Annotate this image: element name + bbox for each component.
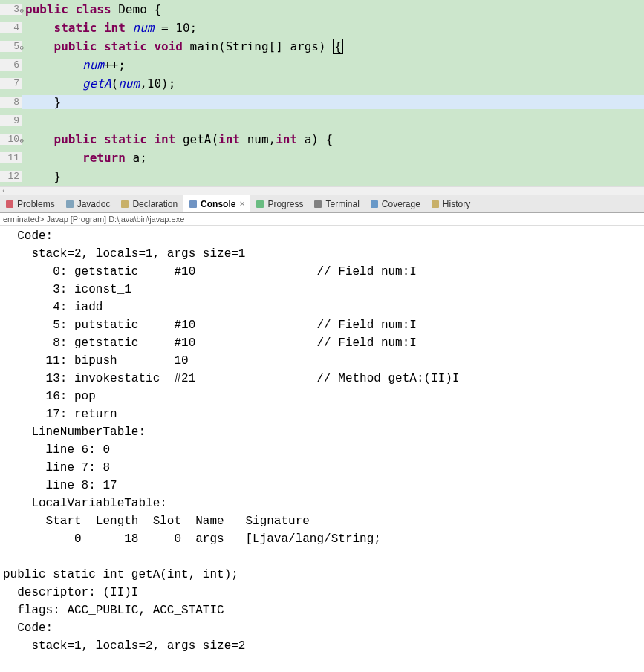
code-line[interactable]: 6 num++; bbox=[0, 56, 644, 74]
tab-label: Terminal bbox=[325, 199, 359, 209]
tab-label: Problems bbox=[17, 199, 55, 209]
fold-icon[interactable]: ⊖ bbox=[20, 7, 24, 15]
tab-label: Coverage bbox=[382, 199, 420, 209]
tab-declaration[interactable]: Declaration bbox=[115, 195, 183, 212]
gutter-line-number: 11 bbox=[0, 152, 22, 163]
terminal-icon bbox=[313, 199, 323, 209]
console-status-line: erminated> Javap [Program] D:\java\bin\j… bbox=[0, 213, 644, 226]
code-content[interactable]: public static void main(String[] args) { bbox=[22, 39, 644, 53]
svg-rect-3 bbox=[189, 200, 197, 208]
fold-icon[interactable]: ⊖ bbox=[20, 137, 24, 145]
tab-label: Progress bbox=[267, 199, 303, 209]
code-line[interactable]: 3⊖public class Demo { bbox=[0, 0, 644, 19]
code-line[interactable]: 5⊖ public static void main(String[] args… bbox=[0, 37, 644, 56]
javadoc-icon bbox=[65, 199, 75, 209]
tab-label: Declaration bbox=[132, 199, 178, 209]
gutter-line-number: 9 bbox=[0, 115, 22, 126]
tab-coverage[interactable]: Coverage bbox=[365, 195, 426, 212]
close-icon[interactable]: ✕ bbox=[239, 200, 245, 208]
history-icon bbox=[430, 199, 440, 209]
code-line[interactable]: 4 static int num = 10; bbox=[0, 19, 644, 37]
gutter-line-number: 8 bbox=[0, 97, 22, 108]
code-line[interactable]: 11 return a; bbox=[0, 149, 644, 167]
code-line[interactable]: 7 getA(num,10); bbox=[0, 74, 644, 93]
gutter-line-number: 7 bbox=[0, 78, 22, 89]
svg-rect-4 bbox=[256, 200, 264, 208]
gutter-line-number: 6 bbox=[0, 59, 22, 71]
tab-label: Javadoc bbox=[77, 199, 111, 209]
code-line[interactable]: 9 bbox=[0, 111, 644, 130]
tab-label: History bbox=[443, 199, 470, 209]
gutter-line-number: 3⊖ bbox=[0, 4, 22, 15]
problems-icon bbox=[4, 199, 15, 209]
code-content[interactable]: num++; bbox=[22, 58, 644, 72]
gutter-line-number: 4 bbox=[0, 22, 22, 33]
svg-rect-7 bbox=[432, 200, 439, 208]
tab-javadoc[interactable]: Javadoc bbox=[60, 195, 116, 212]
tab-history[interactable]: History bbox=[426, 195, 475, 212]
progress-icon bbox=[255, 199, 265, 209]
tab-terminal[interactable]: Terminal bbox=[308, 195, 364, 212]
code-content[interactable]: getA(num,10); bbox=[22, 76, 644, 91]
coverage-icon bbox=[369, 199, 380, 209]
editor-horizontal-scrollbar[interactable] bbox=[0, 186, 644, 195]
code-line[interactable]: 10⊖ public static int getA(int num,int a… bbox=[0, 130, 644, 149]
svg-rect-5 bbox=[314, 200, 322, 208]
declaration-icon bbox=[120, 199, 130, 209]
gutter-line-number: 12 bbox=[0, 171, 22, 182]
panel-tabs: ProblemsJavadocDeclarationConsole✕Progre… bbox=[0, 195, 644, 213]
svg-rect-2 bbox=[121, 200, 129, 208]
code-editor[interactable]: 3⊖public class Demo {4 static int num = … bbox=[0, 0, 644, 186]
code-content[interactable]: return a; bbox=[22, 151, 644, 165]
tab-progress[interactable]: Progress bbox=[250, 195, 308, 212]
code-content[interactable]: static int num = 10; bbox=[22, 21, 644, 35]
code-content[interactable]: } bbox=[22, 95, 644, 109]
code-content[interactable]: } bbox=[22, 169, 644, 183]
code-content[interactable]: public class Demo { bbox=[22, 2, 644, 16]
svg-rect-0 bbox=[6, 200, 13, 208]
code-line[interactable]: 12 } bbox=[0, 167, 644, 186]
code-content[interactable]: public static int getA(int num,int a) { bbox=[22, 132, 644, 146]
svg-rect-1 bbox=[66, 200, 74, 208]
console-icon bbox=[188, 199, 198, 209]
tab-label: Console bbox=[201, 199, 235, 209]
tab-console[interactable]: Console✕ bbox=[183, 195, 250, 212]
tab-problems[interactable]: Problems bbox=[0, 195, 60, 212]
fold-icon[interactable]: ⊖ bbox=[20, 44, 24, 52]
code-line[interactable]: 8 } bbox=[0, 93, 644, 111]
gutter-line-number: 10⊖ bbox=[0, 134, 22, 145]
svg-rect-6 bbox=[371, 200, 378, 208]
gutter-line-number: 5⊖ bbox=[0, 41, 22, 52]
console-output[interactable]: Code: stack=2, locals=1, args_size=1 0: … bbox=[0, 226, 644, 656]
